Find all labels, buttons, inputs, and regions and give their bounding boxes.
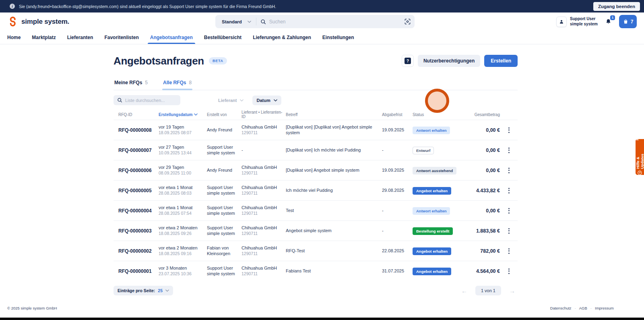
row-menu-button[interactable] bbox=[506, 145, 512, 156]
created-relative: vor etwa 1 Monat bbox=[159, 185, 207, 191]
next-page-button[interactable]: → bbox=[507, 287, 518, 295]
subject: Fabians Test bbox=[286, 268, 382, 274]
logo-icon bbox=[7, 16, 18, 27]
col-erstellt-von[interactable]: Erstellt von bbox=[207, 112, 242, 117]
nav-item-bestelluebersicht[interactable]: Bestellübersicht bbox=[204, 31, 242, 44]
beta-badge: BETA bbox=[209, 57, 227, 64]
col-lieferant[interactable]: Lieferant • Lieferanten-ID bbox=[242, 110, 286, 119]
tab-count: 8 bbox=[189, 80, 192, 85]
permissions-button[interactable]: Nutzerberechtigungen bbox=[418, 55, 480, 67]
created-relative: vor etwa 2 Monaten bbox=[159, 245, 207, 251]
created-datetime: 18.09.2025 08:07 bbox=[159, 130, 207, 136]
search-scope-dropdown[interactable]: Standard bbox=[219, 19, 254, 24]
table-row[interactable]: RFQ-00000003 vor etwa 2 Monaten18.08.202… bbox=[114, 220, 518, 241]
row-menu-button[interactable] bbox=[506, 125, 512, 135]
nav-item-einstellungen[interactable]: Einstellungen bbox=[322, 31, 354, 44]
table-row[interactable]: RFQ-00000008 vor 19 Tagen18.09.2025 08:0… bbox=[114, 120, 518, 140]
divider bbox=[256, 18, 256, 25]
list-search-input[interactable] bbox=[125, 98, 177, 103]
nav-item-home[interactable]: Home bbox=[7, 31, 21, 44]
supplier-filter-dropdown[interactable]: Lieferant bbox=[214, 96, 248, 105]
date-filter-dropdown[interactable]: Datum bbox=[252, 96, 281, 105]
nav-item-lieferungen-zahlungen[interactable]: Lieferungen & Zahlungen bbox=[253, 31, 311, 44]
total-amount: 1.883,58 € bbox=[463, 228, 500, 234]
rfq-id[interactable]: RFQ-00000004 bbox=[118, 208, 159, 214]
created-relative: vor 19 Tagen bbox=[159, 125, 207, 130]
table-row[interactable]: RFQ-00000006 vor 29 Tagen08.09.2025 11:0… bbox=[114, 160, 518, 180]
row-menu-button[interactable] bbox=[506, 206, 512, 216]
primary-nav: Home Marktplatz Lieferanten Favoritenlis… bbox=[0, 31, 644, 44]
table-row[interactable]: RFQ-00000007 vor 27 Tagen10.09.2025 13:4… bbox=[114, 140, 518, 160]
col-erstellungsdatum[interactable]: Erstellungsdatum bbox=[159, 112, 207, 117]
impersonation-bar: i Sie (andy.freund+backoffice-stg@simple… bbox=[0, 0, 644, 12]
footer-link-impressum[interactable]: Impressum bbox=[595, 306, 614, 310]
table-row[interactable]: RFQ-00000001 vor 3 Monaten23.07.2025 10:… bbox=[114, 261, 518, 281]
per-page-dropdown[interactable]: Einträge pro Seite: 25 bbox=[114, 286, 173, 295]
creator: Fabian von Kleinsorgen bbox=[207, 245, 242, 257]
row-menu-button[interactable] bbox=[506, 226, 512, 236]
rfq-id[interactable]: RFQ-00000005 bbox=[118, 188, 159, 193]
tab-meine-rfqs[interactable]: Meine RFQs 5 bbox=[114, 80, 149, 90]
total-amount: 4.564,00 € bbox=[463, 268, 500, 274]
supplier-id: 1290711 bbox=[242, 130, 286, 136]
search-input[interactable] bbox=[269, 19, 405, 25]
user-company: simple system bbox=[570, 22, 598, 27]
sort-desc-icon bbox=[194, 113, 198, 116]
deadline: - bbox=[382, 208, 413, 214]
create-button[interactable]: Erstellen bbox=[484, 55, 518, 67]
created-relative: vor etwa 2 Monaten bbox=[159, 225, 207, 231]
user-menu[interactable]: Support User simple system bbox=[556, 17, 598, 27]
prev-page-button[interactable]: ← bbox=[459, 287, 470, 295]
col-rfq-id[interactable]: RFQ-ID bbox=[118, 112, 159, 117]
page-indicator: 1 von 1 bbox=[475, 286, 501, 295]
rfq-id[interactable]: RFQ-00000002 bbox=[118, 248, 159, 254]
app-header: simple system. Standard Support User sim… bbox=[0, 12, 644, 31]
rfq-id[interactable]: RFQ-00000007 bbox=[118, 148, 159, 153]
rfq-id[interactable]: RFQ-00000008 bbox=[118, 127, 159, 133]
deadline: 29.08.2025 bbox=[382, 188, 413, 193]
nav-item-angebotsanfragen[interactable]: Angebotsanfragen bbox=[150, 31, 193, 44]
col-betreff[interactable]: Betreff bbox=[286, 112, 382, 117]
table-row[interactable]: RFQ-00000005 vor etwa 1 Monat28.08.2025 … bbox=[114, 180, 518, 200]
table-row[interactable]: RFQ-00000004 vor etwa 1 Monat28.08.2025 … bbox=[114, 200, 518, 220]
supplier-name: Chihuahua GmbH bbox=[242, 225, 286, 231]
footer: © 2025 simple system GmbH Datenschutz · … bbox=[0, 306, 644, 310]
col-gesamtbetrag[interactable]: Gesamtbetrag bbox=[463, 112, 500, 117]
help-button[interactable]: ? bbox=[402, 55, 414, 67]
row-menu-button[interactable] bbox=[506, 266, 512, 276]
scan-icon[interactable] bbox=[405, 19, 411, 25]
creator: Support User simple system bbox=[207, 266, 242, 277]
footer-link-datenschutz[interactable]: Datenschutz bbox=[550, 306, 572, 310]
nav-item-marktplatz[interactable]: Marktplatz bbox=[32, 31, 56, 44]
logo[interactable]: simple system. bbox=[7, 16, 69, 27]
notifications-button[interactable]: 1 bbox=[603, 17, 613, 26]
nav-item-favoritenlisten[interactable]: Favoritenlisten bbox=[104, 31, 138, 44]
table-row[interactable]: RFQ-00000002 vor etwa 2 Monaten18.08.202… bbox=[114, 241, 518, 261]
col-abgabefrist[interactable]: Abgabefrist bbox=[382, 112, 413, 117]
user-icon bbox=[556, 17, 567, 27]
rfq-id[interactable]: RFQ-00000006 bbox=[118, 168, 159, 173]
rfq-id[interactable]: RFQ-00000003 bbox=[118, 228, 159, 234]
deadline: 19.09.2025 bbox=[382, 168, 413, 173]
supplier-name: Chihuahua GmbH bbox=[242, 125, 286, 130]
creator: Support User simple system bbox=[207, 185, 242, 196]
total-amount: 0,00 € bbox=[463, 208, 500, 214]
table-header: RFQ-ID Erstellungsdatum Erstellt von Lie… bbox=[114, 109, 518, 120]
cart-button[interactable]: 7 bbox=[619, 15, 637, 28]
total-amount: 4.433,82 € bbox=[463, 188, 500, 193]
rfq-tabs: Meine RFQs 5 Alle RFQs 8 bbox=[114, 80, 518, 90]
end-access-button[interactable]: Zugang beenden bbox=[593, 2, 640, 11]
created-relative: vor etwa 1 Monat bbox=[159, 205, 207, 211]
help-updates-tab[interactable]: ? Hilfe & Updates 3 bbox=[636, 139, 644, 175]
row-menu-button[interactable] bbox=[506, 185, 512, 196]
nav-item-lieferanten[interactable]: Lieferanten bbox=[67, 31, 93, 44]
row-menu-button[interactable] bbox=[506, 246, 512, 256]
col-status[interactable]: Status bbox=[413, 112, 463, 117]
created-relative: vor 3 Monaten bbox=[159, 266, 207, 271]
footer-link-agb[interactable]: AGB bbox=[579, 306, 587, 310]
rfq-id[interactable]: RFQ-00000001 bbox=[118, 268, 159, 274]
subject: RFQ-Test bbox=[286, 248, 382, 254]
tab-alle-rfqs[interactable]: Alle RFQs 8 bbox=[162, 80, 192, 90]
subject: Angebot simple system bbox=[286, 228, 382, 234]
row-menu-button[interactable] bbox=[506, 165, 512, 176]
